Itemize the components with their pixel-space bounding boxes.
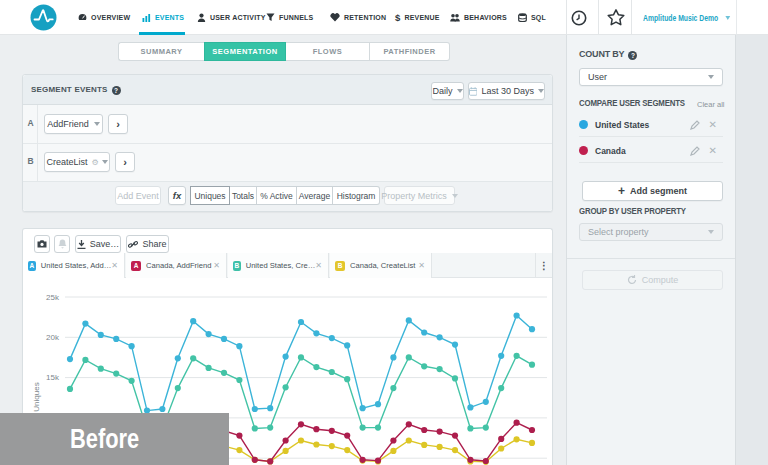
svg-text:15k: 15k [46,373,60,382]
svg-text:25k: 25k [46,293,60,302]
svg-text:20k: 20k [46,333,60,342]
svg-text:Uniques: Uniques [32,382,41,411]
